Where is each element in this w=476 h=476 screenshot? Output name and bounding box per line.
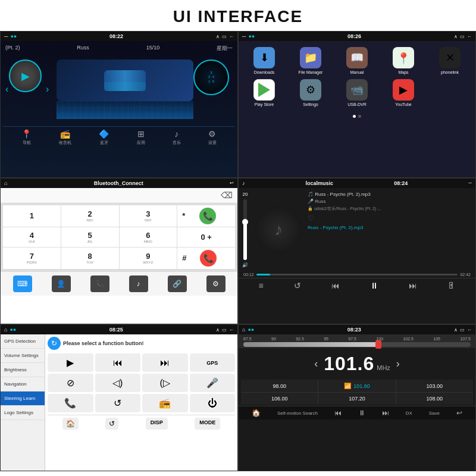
pause-btn[interactable]: ⏸ [370,281,378,290]
app-playstore[interactable]: Play Store [243,79,285,107]
fm-slider-track[interactable] [243,342,471,347]
sidebar-brightness[interactable]: Brightness [1,363,45,377]
app-youtube[interactable]: ▶ YouTube [383,79,424,107]
backspace-icon[interactable]: ⌫ [221,190,233,200]
bottom-mode[interactable]: MODE [195,418,220,430]
prev-arrow[interactable]: ‹ [5,84,8,95]
app-maps[interactable]: 📍 Maps [383,47,424,74]
func-phone[interactable]: 📞 [48,394,93,412]
key-hash[interactable]: # 📞 [177,248,235,269]
app-phonelink[interactable]: ✕ phonelink [429,47,471,74]
bottom-home[interactable]: 🏠 [62,418,79,430]
nav-icon-apps[interactable]: ⊞应用 [137,129,145,146]
func-power[interactable]: ⏻ [190,394,236,412]
fm-preset-103[interactable]: 103.00 [396,380,473,392]
settings-label: Settings [303,102,318,107]
fm-back-btn[interactable]: ↩ [456,409,462,417]
key-8[interactable]: 8TUV [61,248,119,269]
sidebar-logo-settings[interactable]: Logo Settings [1,406,45,420]
filemanager-label: File Manager [299,70,323,74]
func-vol-up[interactable]: (▷ [142,374,188,392]
youtube-icon: ▶ [393,79,414,101]
dashboard-content: (Pt. 2) Russ 15/10 星期一 ▶ ‹ › [1,41,237,151]
key-star[interactable]: * 📞 [177,205,235,227]
fm-dx-label[interactable]: DX [406,411,412,416]
nav-icon-bluetooth[interactable]: 🔷蓝牙 [99,129,109,146]
keyboard-btn[interactable]: ⌨ [13,275,32,292]
func-gps-label[interactable]: GPS [190,353,236,372]
fm-next-track[interactable]: ⏭ [382,409,389,417]
repeat-btn[interactable]: ↺ [294,281,301,290]
contacts-btn[interactable]: 👤 [52,275,71,292]
key-6[interactable]: 6MNO [120,227,177,247]
progress-bar[interactable] [256,274,458,275]
app-manual[interactable]: 📖 Manual [336,47,378,74]
fm-prev-track[interactable]: ⏮ [334,409,342,417]
sidebar-navigation[interactable]: Navigation [1,377,45,392]
func-vol-down[interactable]: ◁) [95,374,141,392]
eq-btn[interactable]: 🎚 [447,281,456,290]
key-0plus[interactable]: 0 + [177,227,235,247]
fm-preset-107[interactable]: 107.20 [318,393,395,405]
album-art: ▶ [9,60,42,92]
fm-save-label[interactable]: Save [429,411,440,416]
key-5[interactable]: 5JKL [61,227,119,247]
fm-fill [243,342,380,347]
svg-marker-3 [258,83,270,97]
key-7[interactable]: 7PQRS [3,248,61,269]
fm-search-label[interactable]: Self-motion Search [277,411,318,416]
bottom-disp[interactable]: DISP [146,418,168,430]
func-mic[interactable]: 🎤 [190,374,236,392]
nav-icon-music[interactable]: ♪音乐 [173,129,181,146]
svg-text:📍: 📍 [397,52,411,65]
bottom-back[interactable]: ↺ [105,418,118,430]
app-downloads[interactable]: ⬇ Downloads [243,47,285,74]
key-3[interactable]: 3DEF [120,205,177,227]
key-4[interactable]: 4GHI [3,227,61,247]
func-next[interactable]: ⏭ [142,353,188,372]
sidebar-gps-detection[interactable]: GPS Detection [1,334,45,349]
call-button[interactable]: 📞 [199,208,216,224]
back-icon-3[interactable]: ↩ [230,180,234,186]
func-refresh[interactable]: ↺ [95,394,141,412]
link-btn[interactable]: 🔗 [168,275,187,292]
sidebar-steering-learn[interactable]: Steering Learn [1,392,45,406]
sidebar-volume[interactable]: Volume Settings [1,349,45,363]
next-arrow[interactable]: › [46,84,49,95]
filemanager-icon: 📁 [300,47,321,68]
func-mute[interactable]: ⊘ [48,374,93,392]
fm-prev-btn[interactable]: ‹ [314,358,318,370]
key-1[interactable]: 1 [3,205,61,227]
nav-icon-settings[interactable]: ⚙设置 [208,129,217,146]
key-2[interactable]: 2ABC [61,205,119,227]
func-prev[interactable]: ⏮ [95,353,141,372]
nav-icon-navigate[interactable]: 📍导航 [21,129,32,146]
fm-presets: 98.00 📶 101.60 103.00 106.00 107.20 108.… [241,380,473,405]
recent-calls-btn[interactable]: 📞 [90,275,109,292]
key-9[interactable]: 9WXYZ [120,248,177,269]
settings-btn[interactable]: ⚙ [206,275,226,292]
app-usbdvr[interactable]: 📹 USB-DVR [336,79,378,107]
app-settings[interactable]: ⚙ Settings [290,79,331,107]
fm-pause-btn[interactable]: ⏸ [358,409,365,417]
fm-next-btn[interactable]: › [396,358,400,370]
heart-icon[interactable]: ♡ [308,214,473,223]
func-play[interactable]: ▶ [48,353,93,372]
prev-btn[interactable]: ⏮ [331,281,340,290]
fm-home-btn[interactable]: 🏠 [252,409,261,417]
downloads-icon: ⬇ [253,47,275,68]
fm-preset-106[interactable]: 106.00 [241,393,318,405]
music-btn[interactable]: ♪ [129,275,148,292]
fm-preset-101[interactable]: 📶 101.60 [318,380,395,392]
fm-preset-98[interactable]: 98.00 [241,380,318,392]
nav-icon-radio[interactable]: 📻收音机 [59,129,71,146]
func-radio[interactable]: 📻 [142,394,188,412]
svg-rect-0 [57,101,193,119]
playlist-btn[interactable]: ≡ [258,281,263,290]
vol-track[interactable] [243,199,247,260]
next-btn[interactable]: ⏭ [409,281,417,290]
app-filemanager[interactable]: 📁 File Manager [290,47,331,74]
end-call-button[interactable]: 📞 [200,250,217,267]
fm-preset-108[interactable]: 108.00 [396,393,473,405]
refresh-btn[interactable]: ↻ [48,337,61,350]
